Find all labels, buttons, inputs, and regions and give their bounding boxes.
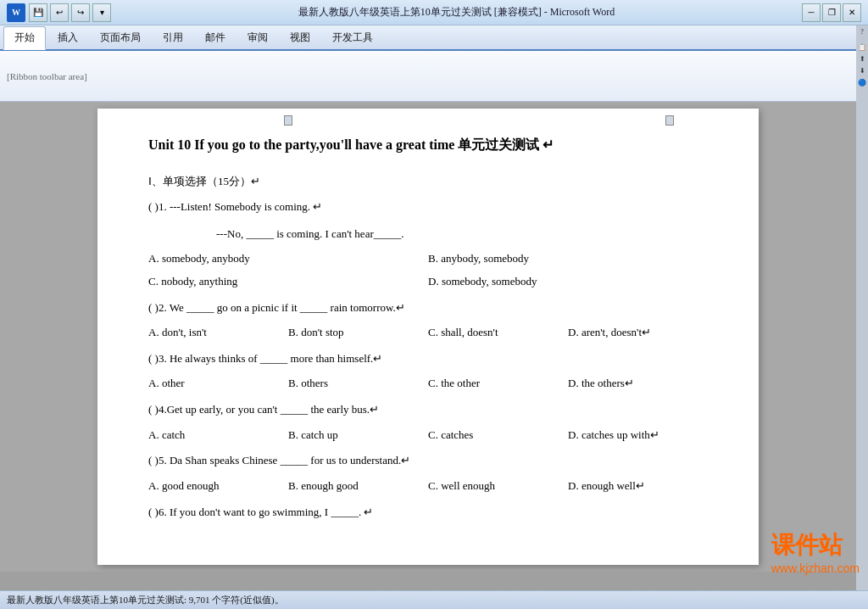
q5-stem-text: ( )5. Da Shan speaks Chinese _____ for u… <box>148 454 410 467</box>
section1-header: Ⅰ、单项选择（15分）↵ <box>148 173 708 191</box>
q4-opt-b: B. catch up <box>288 427 428 444</box>
tab-insert[interactable]: 插入 <box>47 25 88 49</box>
question-1-stem: ( )1. ---Listen! Somebody is coming. ↵ <box>148 197 708 216</box>
question-1-stem2: ---No, _____ is coming. I can't hear____… <box>148 224 708 243</box>
q4-stem-text: ( )4.Get up early, or you can't _____ th… <box>148 403 379 416</box>
q3-opt-b: B. others <box>288 375 428 393</box>
tab-layout[interactable]: 页面布局 <box>90 25 151 49</box>
question-4-options: A. catch B. catch up C. catches D. catch… <box>148 427 708 444</box>
q2-opt-a: A. don't, isn't <box>148 324 288 342</box>
customize-button[interactable]: ▾ <box>92 3 111 22</box>
panel-icon-1[interactable]: ? <box>856 25 868 37</box>
q3-opt-a: A. other <box>148 375 288 393</box>
q1-opt-c: C. nobody, anything <box>148 273 428 291</box>
question-1-options2: C. nobody, anything D. somebody, somebod… <box>148 273 708 291</box>
question-2-options: A. don't, isn't B. don't stop C. shall, … <box>148 324 708 342</box>
tab-developer[interactable]: 开发工具 <box>322 25 383 49</box>
document-page: Unit 10 If you go to the party,you'll ha… <box>97 109 759 565</box>
q2-opt-d: D. aren't, doesn't↵ <box>568 324 708 342</box>
q1-opt-a: A. somebody, anybody <box>148 250 428 268</box>
question-5-stem: ( )5. Da Shan speaks Chinese _____ for u… <box>148 450 708 470</box>
question-3-options: A. other B. others C. the other D. the o… <box>148 375 708 393</box>
undo-button[interactable]: ↩ <box>50 3 69 22</box>
word-icon: W <box>7 3 25 22</box>
tab-mail[interactable]: 邮件 <box>195 25 236 49</box>
panel-icon-5[interactable]: 🔵 <box>856 76 868 88</box>
tab-references[interactable]: 引用 <box>153 25 193 49</box>
q1-opt-b: B. anybody, somebody <box>428 250 708 268</box>
title-bar: W 💾 ↩ ↪ ▾ 最新人教版八年级英语上第10单元过关测试 [兼容模式] - … <box>0 0 868 25</box>
q1-opt-d: D. somebody, somebody <box>428 273 708 291</box>
q5-opt-c: C. well enough <box>428 478 568 495</box>
document-area: Unit 10 If you go to the party,you'll ha… <box>0 102 856 572</box>
minimize-button[interactable]: ─ <box>802 3 821 22</box>
window-title: 最新人教版八年级英语上第10单元过关测试 [兼容模式] - Microsoft … <box>111 5 802 20</box>
q6-stem-text: ( )6. If you don't want to go swimming, … <box>148 506 373 518</box>
q2-stem-text: ( )2. We _____ go on a picnic if it ____… <box>148 301 405 314</box>
question-5-options: A. good enough B. enough good C. well en… <box>148 478 708 495</box>
q4-opt-c: C. catches <box>428 427 568 444</box>
question-4-stem: ( )4.Get up early, or you can't _____ th… <box>148 399 708 419</box>
q3-opt-c: C. the other <box>428 375 568 393</box>
redo-button[interactable]: ↪ <box>71 3 90 22</box>
main-area: Unit 10 If you go to the party,you'll ha… <box>0 102 868 572</box>
toolbar: [Ribbon toolbar area] <box>0 51 868 102</box>
ruler-marker-right <box>665 115 674 126</box>
panel-icon-4[interactable]: ⬇ <box>856 64 868 76</box>
q3-stem-text: ( )3. He always thinks of _____ more tha… <box>148 352 382 365</box>
q3-opt-d: D. the others↵ <box>568 375 708 393</box>
question-6-stem: ( )6. If you don't want to go swimming, … <box>148 502 708 522</box>
watermark-text-2: www.kjzhan.com <box>771 562 860 575</box>
q4-opt-d: D. catches up with↵ <box>568 427 708 444</box>
close-button[interactable]: ✕ <box>843 3 861 22</box>
panel-icon-3[interactable]: ⬆ <box>856 53 868 64</box>
ribbon-bar: 开始 插入 页面布局 引用 邮件 审阅 视图 开发工具 <box>0 25 868 51</box>
document-title: Unit 10 If you go to the party,you'll ha… <box>148 134 708 156</box>
q2-opt-c: C. shall, doesn't <box>428 324 568 342</box>
question-3-stem: ( )3. He always thinks of _____ more tha… <box>148 349 708 368</box>
q5-opt-b: B. enough good <box>288 478 428 495</box>
restore-button[interactable]: ❐ <box>822 3 841 22</box>
save-button[interactable]: 💾 <box>29 3 47 22</box>
q1-stem-text: ( )1. ---Listen! Somebody is coming. ↵ <box>148 200 322 213</box>
panel-icon-2[interactable]: 📋 <box>856 41 868 53</box>
watermark-text-1: 课件站 <box>771 529 860 562</box>
q4-opt-a: A. catch <box>148 427 288 444</box>
status-bar: 最新人教版八年级英语上第10单元过关测试: 9,701 个字符(近似值)。 <box>0 590 868 609</box>
right-panel: ? 📋 ⬆ ⬇ 🔵 <box>856 25 868 590</box>
question-2-stem: ( )2. We _____ go on a picnic if it ____… <box>148 298 708 317</box>
window-controls: ─ ❐ ✕ <box>802 3 861 22</box>
tab-view[interactable]: 视图 <box>280 25 320 49</box>
title-bar-left: W 💾 ↩ ↪ ▾ <box>7 3 111 22</box>
q5-opt-d: D. enough well↵ <box>568 478 708 495</box>
tab-review[interactable]: 审阅 <box>237 25 278 49</box>
toolbar-placeholder: [Ribbon toolbar area] <box>7 71 87 81</box>
status-text: 最新人教版八年级英语上第10单元过关测试: 9,701 个字符(近似值)。 <box>7 594 284 606</box>
quick-access-toolbar: 💾 ↩ ↪ ▾ <box>29 3 111 22</box>
tab-start[interactable]: 开始 <box>3 26 46 50</box>
watermark: 课件站 www.kjzhan.com <box>771 529 860 575</box>
q5-opt-a: A. good enough <box>148 478 288 495</box>
q1-stem2-text: ---No, _____ is coming. I can't hear____… <box>216 227 403 240</box>
ruler-marker-left <box>284 115 292 126</box>
q2-opt-b: B. don't stop <box>288 324 428 342</box>
question-1-options: A. somebody, anybody B. anybody, somebod… <box>148 250 708 268</box>
